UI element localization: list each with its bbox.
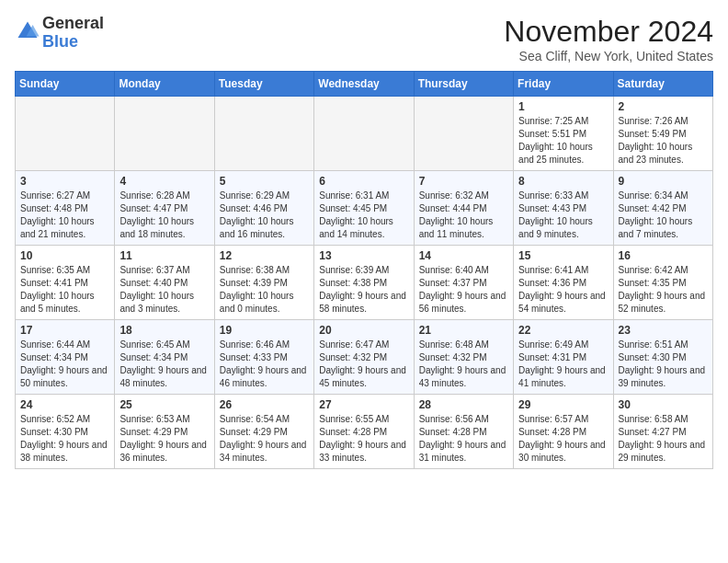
- day-info: Sunrise: 6:53 AM Sunset: 4:29 PM Dayligh…: [119, 413, 209, 465]
- day-cell-empty-3: [314, 97, 414, 171]
- day-cell-10: 10Sunrise: 6:35 AM Sunset: 4:41 PM Dayli…: [16, 246, 115, 320]
- day-number: 6: [319, 175, 408, 188]
- day-cell-3: 3Sunrise: 6:27 AM Sunset: 4:48 PM Daylig…: [16, 171, 115, 246]
- day-info: Sunrise: 6:41 AM Sunset: 4:36 PM Dayligh…: [518, 264, 608, 316]
- col-header-tuesday: Tuesday: [214, 72, 313, 97]
- day-info: Sunrise: 7:26 AM Sunset: 5:49 PM Dayligh…: [619, 115, 708, 167]
- day-info: Sunrise: 6:28 AM Sunset: 4:47 PM Dayligh…: [119, 190, 209, 241]
- week-row-3: 10Sunrise: 6:35 AM Sunset: 4:41 PM Dayli…: [16, 246, 713, 320]
- day-cell-30: 30Sunrise: 6:58 AM Sunset: 4:27 PM Dayli…: [613, 395, 712, 469]
- header-row: SundayMondayTuesdayWednesdayThursdayFrid…: [16, 72, 713, 97]
- day-info: Sunrise: 6:44 AM Sunset: 4:34 PM Dayligh…: [20, 339, 109, 390]
- day-cell-14: 14Sunrise: 6:40 AM Sunset: 4:37 PM Dayli…: [414, 246, 513, 320]
- day-cell-6: 6Sunrise: 6:31 AM Sunset: 4:45 PM Daylig…: [314, 171, 414, 246]
- day-info: Sunrise: 6:40 AM Sunset: 4:37 PM Dayligh…: [419, 264, 508, 316]
- col-header-monday: Monday: [115, 72, 214, 97]
- day-cell-7: 7Sunrise: 6:32 AM Sunset: 4:44 PM Daylig…: [414, 171, 513, 246]
- day-cell-29: 29Sunrise: 6:57 AM Sunset: 4:28 PM Dayli…: [514, 395, 613, 469]
- day-number: 18: [119, 324, 209, 337]
- day-cell-5: 5Sunrise: 6:29 AM Sunset: 4:46 PM Daylig…: [214, 171, 313, 246]
- day-number: 23: [619, 324, 708, 337]
- day-number: 26: [220, 398, 309, 411]
- day-cell-2: 2Sunrise: 7:26 AM Sunset: 5:49 PM Daylig…: [613, 97, 712, 171]
- day-number: 16: [619, 249, 708, 262]
- day-cell-23: 23Sunrise: 6:51 AM Sunset: 4:30 PM Dayli…: [613, 320, 712, 395]
- day-number: 19: [220, 324, 309, 337]
- day-cell-4: 4Sunrise: 6:28 AM Sunset: 4:47 PM Daylig…: [115, 171, 214, 246]
- day-number: 15: [518, 249, 608, 262]
- location: Sea Cliff, New York, United States: [504, 49, 713, 63]
- day-info: Sunrise: 6:56 AM Sunset: 4:28 PM Dayligh…: [419, 413, 508, 465]
- day-info: Sunrise: 6:27 AM Sunset: 4:48 PM Dayligh…: [20, 190, 109, 241]
- day-number: 1: [518, 100, 608, 113]
- day-number: 11: [119, 249, 209, 262]
- day-cell-21: 21Sunrise: 6:48 AM Sunset: 4:32 PM Dayli…: [414, 320, 513, 395]
- day-info: Sunrise: 6:55 AM Sunset: 4:28 PM Dayligh…: [319, 413, 408, 465]
- day-cell-8: 8Sunrise: 6:33 AM Sunset: 4:43 PM Daylig…: [514, 171, 613, 246]
- day-cell-24: 24Sunrise: 6:52 AM Sunset: 4:30 PM Dayli…: [16, 395, 115, 469]
- week-row-2: 3Sunrise: 6:27 AM Sunset: 4:48 PM Daylig…: [16, 171, 713, 246]
- day-info: Sunrise: 6:32 AM Sunset: 4:44 PM Dayligh…: [419, 190, 508, 241]
- day-cell-20: 20Sunrise: 6:47 AM Sunset: 4:32 PM Dayli…: [314, 320, 414, 395]
- day-info: Sunrise: 6:35 AM Sunset: 4:41 PM Dayligh…: [20, 264, 109, 316]
- day-cell-18: 18Sunrise: 6:45 AM Sunset: 4:34 PM Dayli…: [115, 320, 214, 395]
- day-number: 29: [518, 398, 608, 411]
- calendar-table: SundayMondayTuesdayWednesdayThursdayFrid…: [15, 71, 713, 469]
- day-cell-9: 9Sunrise: 6:34 AM Sunset: 4:42 PM Daylig…: [613, 171, 712, 246]
- col-header-saturday: Saturday: [613, 72, 712, 97]
- day-number: 13: [319, 249, 408, 262]
- day-info: Sunrise: 6:49 AM Sunset: 4:31 PM Dayligh…: [518, 339, 608, 390]
- day-number: 30: [619, 398, 708, 411]
- week-row-5: 24Sunrise: 6:52 AM Sunset: 4:30 PM Dayli…: [16, 395, 713, 469]
- col-header-friday: Friday: [514, 72, 613, 97]
- week-row-4: 17Sunrise: 6:44 AM Sunset: 4:34 PM Dayli…: [16, 320, 713, 395]
- day-info: Sunrise: 6:57 AM Sunset: 4:28 PM Dayligh…: [518, 413, 608, 465]
- day-info: Sunrise: 6:45 AM Sunset: 4:34 PM Dayligh…: [119, 339, 209, 390]
- day-cell-1: 1Sunrise: 7:25 AM Sunset: 5:51 PM Daylig…: [514, 97, 613, 171]
- day-cell-empty-0: [16, 97, 115, 171]
- day-info: Sunrise: 6:38 AM Sunset: 4:39 PM Dayligh…: [220, 264, 309, 316]
- day-number: 7: [419, 175, 508, 188]
- day-info: Sunrise: 6:54 AM Sunset: 4:29 PM Dayligh…: [220, 413, 309, 465]
- page-header: General Blue November 2024 Sea Cliff, Ne…: [15, 15, 713, 63]
- day-number: 2: [619, 100, 708, 113]
- day-number: 20: [319, 324, 408, 337]
- title-block: November 2024 Sea Cliff, New York, Unite…: [504, 15, 713, 63]
- day-number: 22: [518, 324, 608, 337]
- day-info: Sunrise: 6:33 AM Sunset: 4:43 PM Dayligh…: [518, 190, 608, 241]
- day-cell-26: 26Sunrise: 6:54 AM Sunset: 4:29 PM Dayli…: [214, 395, 313, 469]
- logo: General Blue: [15, 15, 104, 52]
- day-cell-11: 11Sunrise: 6:37 AM Sunset: 4:40 PM Dayli…: [115, 246, 214, 320]
- day-number: 5: [220, 175, 309, 188]
- day-number: 17: [20, 324, 109, 337]
- day-info: Sunrise: 6:29 AM Sunset: 4:46 PM Dayligh…: [220, 190, 309, 241]
- day-number: 21: [419, 324, 508, 337]
- day-cell-16: 16Sunrise: 6:42 AM Sunset: 4:35 PM Dayli…: [613, 246, 712, 320]
- day-info: Sunrise: 6:46 AM Sunset: 4:33 PM Dayligh…: [220, 339, 309, 390]
- day-number: 4: [119, 175, 209, 188]
- day-number: 14: [419, 249, 508, 262]
- day-cell-28: 28Sunrise: 6:56 AM Sunset: 4:28 PM Dayli…: [414, 395, 513, 469]
- day-info: Sunrise: 6:34 AM Sunset: 4:42 PM Dayligh…: [619, 190, 708, 241]
- day-cell-17: 17Sunrise: 6:44 AM Sunset: 4:34 PM Dayli…: [16, 320, 115, 395]
- day-number: 28: [419, 398, 508, 411]
- day-cell-27: 27Sunrise: 6:55 AM Sunset: 4:28 PM Dayli…: [314, 395, 414, 469]
- logo-blue-text: Blue: [42, 32, 78, 51]
- day-number: 25: [119, 398, 209, 411]
- day-cell-empty-2: [214, 97, 313, 171]
- day-cell-empty-1: [115, 97, 214, 171]
- day-cell-25: 25Sunrise: 6:53 AM Sunset: 4:29 PM Dayli…: [115, 395, 214, 469]
- day-info: Sunrise: 6:48 AM Sunset: 4:32 PM Dayligh…: [419, 339, 508, 390]
- day-number: 12: [220, 249, 309, 262]
- day-info: Sunrise: 6:39 AM Sunset: 4:38 PM Dayligh…: [319, 264, 408, 316]
- month-title: November 2024: [504, 15, 713, 49]
- day-number: 24: [20, 398, 109, 411]
- week-row-1: 1Sunrise: 7:25 AM Sunset: 5:51 PM Daylig…: [16, 97, 713, 171]
- day-number: 27: [319, 398, 408, 411]
- day-cell-22: 22Sunrise: 6:49 AM Sunset: 4:31 PM Dayli…: [514, 320, 613, 395]
- day-info: Sunrise: 6:31 AM Sunset: 4:45 PM Dayligh…: [319, 190, 408, 241]
- day-number: 8: [518, 175, 608, 188]
- day-number: 10: [20, 249, 109, 262]
- day-cell-empty-4: [414, 97, 513, 171]
- day-info: Sunrise: 6:52 AM Sunset: 4:30 PM Dayligh…: [20, 413, 109, 465]
